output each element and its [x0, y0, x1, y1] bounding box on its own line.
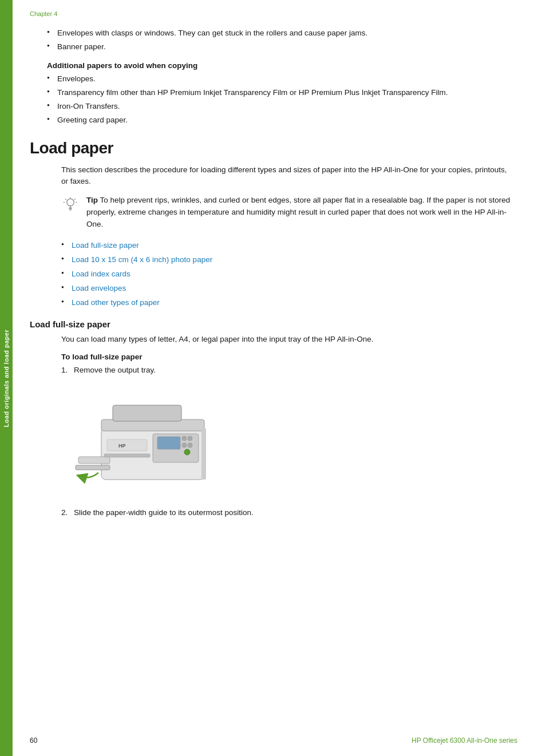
step-2-num: 2.: [61, 507, 74, 519]
tip-text-body: To help prevent rips, wrinkles, and curl…: [86, 196, 510, 228]
svg-point-18: [188, 443, 192, 448]
sidebar-tab: Load originals and load paper: [0, 0, 13, 756]
svg-rect-12: [113, 405, 181, 421]
svg-rect-14: [157, 437, 180, 449]
svg-point-9: [70, 209, 71, 211]
svg-rect-21: [76, 465, 110, 470]
link-photo-paper-anchor[interactable]: Load 10 x 15 cm (4 x 6 inch) photo paper: [72, 255, 212, 264]
link-envelopes-anchor[interactable]: Load envelopes: [72, 284, 126, 292]
printer-illustration: HP: [61, 382, 244, 497]
tip-icon: [61, 196, 82, 216]
svg-point-17: [182, 443, 187, 448]
load-paper-links: Load full-size paper Load 10 x 15 cm (4 …: [61, 240, 517, 309]
avoid-item-3: Iron-On Transfers.: [47, 101, 517, 112]
tip-box: Tip To help prevent rips, wrinkles, and …: [61, 195, 512, 231]
link-other-types-anchor[interactable]: Load other types of paper: [72, 298, 160, 307]
sidebar-tab-label: Load originals and load paper: [3, 329, 10, 427]
link-index-cards-anchor[interactable]: Load index cards: [72, 270, 130, 278]
tip-content: Tip To help prevent rips, wrinkles, and …: [86, 195, 512, 231]
footer-brand: HP Officejet 6300 All-in-One series: [412, 737, 517, 745]
step-2: 2. Slide the paper-width guide to its ou…: [61, 507, 517, 519]
svg-point-16: [188, 436, 192, 441]
step-1-text: Remove the output tray.: [74, 365, 517, 377]
tip-label: Tip: [86, 196, 98, 204]
svg-point-15: [182, 436, 187, 441]
svg-rect-22: [104, 454, 150, 457]
avoid-copying-heading: Additional papers to avoid when copying: [47, 61, 517, 70]
step-1-num: 1.: [61, 365, 74, 377]
link-other-types[interactable]: Load other types of paper: [61, 297, 517, 309]
avoid-item-2: Transparency film other than HP Premium …: [47, 87, 517, 98]
load-paper-description: This section describes the procedure for…: [61, 164, 512, 188]
load-fullsize-description: You can load many types of letter, A4, o…: [61, 334, 512, 346]
svg-rect-25: [201, 428, 206, 480]
chapter-label: Chapter 4: [30, 10, 517, 17]
page-footer: 60 HP Officejet 6300 All-in-One series: [30, 737, 517, 745]
avoid-copying-list: Envelopes. Transparency film other than …: [47, 73, 517, 126]
link-envelopes[interactable]: Load envelopes: [61, 283, 517, 295]
step-2-text: Slide the paper-width guide to its outer…: [74, 507, 517, 519]
step-1: 1. Remove the output tray.: [61, 365, 517, 377]
bullet-item-envelopes: Envelopes with clasps or windows. They c…: [47, 27, 517, 39]
svg-rect-23: [107, 440, 147, 451]
load-fullsize-heading: Load full-size paper: [30, 319, 517, 329]
svg-text:HP: HP: [118, 443, 126, 449]
avoid-item-4: Greeting card paper.: [47, 114, 517, 126]
svg-point-19: [184, 449, 190, 455]
svg-rect-20: [78, 457, 110, 464]
link-full-size-anchor[interactable]: Load full-size paper: [72, 241, 139, 250]
link-index-cards[interactable]: Load index cards: [61, 268, 517, 280]
link-full-size[interactable]: Load full-size paper: [61, 240, 517, 252]
steps-heading: To load full-size paper: [61, 353, 517, 361]
intro-bullet-list: Envelopes with clasps or windows. They c…: [47, 27, 517, 53]
main-content: Chapter 4 Envelopes with clasps or windo…: [13, 0, 546, 756]
svg-point-0: [67, 199, 74, 206]
svg-line-5: [65, 199, 66, 200]
avoid-item-1: Envelopes.: [47, 73, 517, 85]
footer-page-number: 60: [30, 737, 37, 745]
link-photo-paper[interactable]: Load 10 x 15 cm (4 x 6 inch) photo paper: [61, 254, 517, 266]
load-paper-title: Load paper: [30, 139, 517, 157]
svg-line-8: [74, 199, 76, 200]
bullet-item-banner: Banner paper.: [47, 41, 517, 53]
